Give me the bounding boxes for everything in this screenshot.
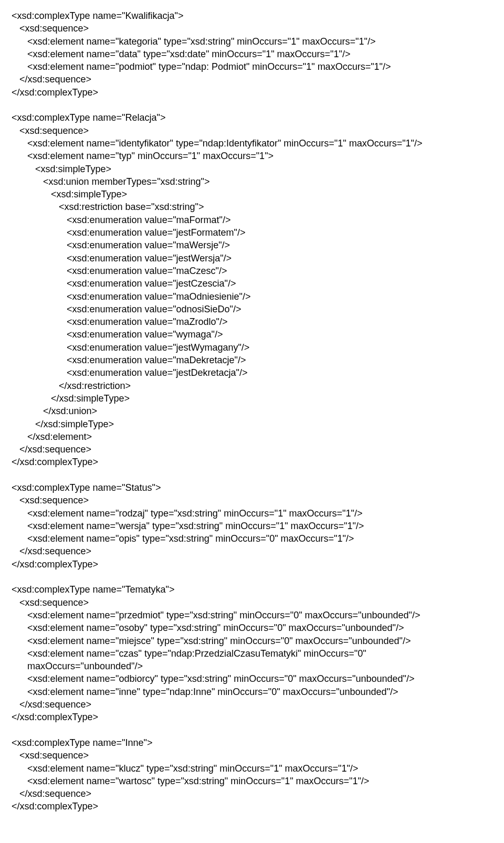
code-line: <xsd:element name="klucz" type="xsd:stri…: [12, 762, 492, 775]
code-line: <xsd:sequence>: [12, 22, 492, 35]
code-line: </xsd:sequence>: [12, 698, 492, 711]
code-line: <xsd:enumeration value="jestFormatem"/>: [12, 226, 492, 239]
code-line: </xsd:restriction>: [12, 380, 492, 392]
code-line: <xsd:element name="podmiot" type="ndap: …: [12, 60, 492, 73]
code-line: <xsd:element name="data" type="xsd:date"…: [12, 48, 492, 60]
code-line: <xsd:complexType name="Tematyka">: [12, 583, 492, 596]
code-line: <xsd:element name="czas" type="ndap:Prze…: [12, 647, 492, 660]
code-line: <xsd:restriction base="xsd:string">: [12, 201, 492, 213]
code-line: <xsd:sequence>: [12, 124, 492, 137]
code-line: <xsd:sequence>: [12, 749, 492, 762]
xsd-code-block: <xsd:complexType name="Kwalifikacja"> <x…: [12, 9, 492, 813]
code-line: <xsd:element name="typ" minOccurs="1" ma…: [12, 150, 492, 162]
code-line: </xsd:sequence>: [12, 545, 492, 557]
code-line: [12, 469, 492, 481]
code-line: </xsd:complexType>: [12, 86, 492, 99]
code-line: <xsd:element name="identyfikator" type="…: [12, 137, 492, 150]
code-line: <xsd:element name="kategoria" type="xsd:…: [12, 35, 492, 48]
code-line: <xsd:element name="wartosc" type="xsd:st…: [12, 775, 492, 787]
code-line: </xsd:complexType>: [12, 711, 492, 723]
code-line: <xsd:enumeration value="maCzesc"/>: [12, 265, 492, 277]
code-line: <xsd:union memberTypes="xsd:string">: [12, 175, 492, 188]
code-line: </xsd:element>: [12, 430, 492, 443]
code-line: </xsd:sequence>: [12, 73, 492, 86]
code-line: </xsd:complexType>: [12, 800, 492, 813]
code-line: <xsd:enumeration value="maZrodlo"/>: [12, 315, 492, 328]
code-line: <xsd:sequence>: [12, 494, 492, 507]
code-line: <xsd:element name="odbiorcy" type="xsd:s…: [12, 672, 492, 685]
code-line: </xsd:complexType>: [12, 558, 492, 571]
code-line: </xsd:simpleType>: [12, 392, 492, 405]
code-line: <xsd:element name="rodzaj" type="xsd:str…: [12, 507, 492, 520]
code-line: <xsd:enumeration value="jestWersja"/>: [12, 252, 492, 265]
code-line: <xsd:enumeration value="wymaga"/>: [12, 328, 492, 341]
code-line: [12, 99, 492, 111]
code-line: </xsd:sequence>: [12, 443, 492, 456]
code-line: </xsd:simpleType>: [12, 418, 492, 430]
code-line: <xsd:element name="miejsce" type="xsd:st…: [12, 635, 492, 647]
code-line: <xsd:enumeration value="maOdniesienie"/>: [12, 290, 492, 303]
code-line: <xsd:enumeration value="jestWymagany"/>: [12, 341, 492, 354]
code-line: <xsd:element name="osoby" type="xsd:stri…: [12, 621, 492, 634]
code-line: <xsd:enumeration value="maWersje"/>: [12, 239, 492, 251]
code-line: </xsd:complexType>: [12, 456, 492, 468]
code-line: <xsd:element name="opis" type="xsd:strin…: [12, 532, 492, 545]
code-line: <xsd:complexType name="Status">: [12, 481, 492, 494]
code-line: </xsd:union>: [12, 405, 492, 417]
code-line: [12, 571, 492, 583]
code-line: <xsd:complexType name="Kwalifikacja">: [12, 9, 492, 22]
code-line: <xsd:complexType name="Relacja">: [12, 111, 492, 124]
code-line: maxOccurs="unbounded"/>: [12, 660, 492, 672]
code-line: <xsd:enumeration value="maFormat"/>: [12, 214, 492, 226]
code-line: <xsd:sequence>: [12, 596, 492, 609]
code-line: <xsd:enumeration value="maDekretacje"/>: [12, 354, 492, 366]
code-line: </xsd:sequence>: [12, 787, 492, 800]
code-line: <xsd:simpleType>: [12, 188, 492, 201]
code-line: <xsd:simpleType>: [12, 163, 492, 175]
code-line: <xsd:element name="inne" type="ndap:Inne…: [12, 686, 492, 698]
code-line: [12, 724, 492, 736]
code-line: <xsd:enumeration value="jestCzescia"/>: [12, 277, 492, 290]
code-line: <xsd:complexType name="Inne">: [12, 736, 492, 749]
code-line: <xsd:enumeration value="odnosiSieDo"/>: [12, 303, 492, 315]
code-line: <xsd:enumeration value="jestDekretacja"/…: [12, 366, 492, 379]
code-line: <xsd:element name="wersja" type="xsd:str…: [12, 520, 492, 532]
code-line: <xsd:element name="przedmiot" type="xsd:…: [12, 609, 492, 621]
